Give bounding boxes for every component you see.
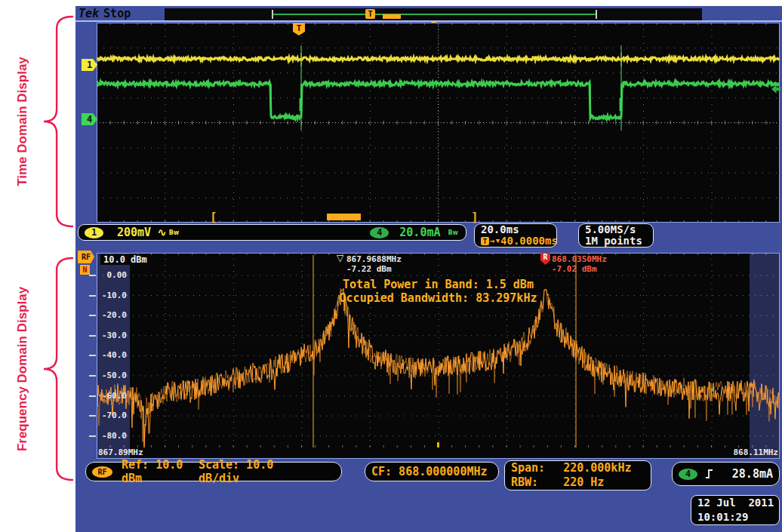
band-power-measurement: Total Power in Band: 1.5 dBm [97, 278, 780, 291]
trigger-arrow-icon: → [490, 235, 495, 247]
stop-frequency-label: 868.11MHz [733, 447, 778, 457]
y-axis-tick-label: -10.0 [95, 291, 127, 300]
time-domain-annotation-label: Time Domain Display [15, 57, 30, 186]
y-axis-tick-label: -20.0 [95, 310, 127, 320]
ch4-bandwidth-icon: Bw [448, 229, 459, 236]
trigger-level-readout: 28.8mA [732, 467, 773, 481]
marker-r-frequency: 868.0350MHz [552, 254, 607, 264]
center-frequency-readout-box: CF: 868.000000MHz [365, 462, 499, 481]
spectrum-time-indicator-bar [327, 214, 361, 220]
trigger-t-icon: T [481, 237, 489, 245]
acquisition-status: Stop [103, 7, 131, 20]
datetime-box: 12 Jul 2011 10:01:29 [691, 495, 780, 525]
ch1-coupling-icon: ∿ [157, 226, 167, 239]
marker-a-amplitude: -7.22 dBm [346, 264, 402, 274]
start-frequency-label: 867.89MHz [98, 447, 143, 457]
y-axis-tick-label: 0.00 [95, 270, 127, 280]
time-readout: 10:01:29 [697, 510, 748, 524]
vertical-scale-readout: Scale: 10.0 dB/div [199, 458, 305, 485]
acquisition-readout-box: 5.00MS/s 1M points [578, 223, 654, 248]
trigger-readout-box: 4 28.8mA [672, 462, 780, 486]
reference-marker-label: R [543, 253, 547, 265]
rbw-value: 220 Hz [563, 475, 604, 490]
y-axis-tick-label: -70.0 [95, 411, 127, 420]
annotated-oscilloscope-figure: { "annotations": { "time": "Time Domain … [0, 0, 782, 532]
time-domain-traces-svg [97, 23, 780, 223]
tek-logo: Tek [79, 7, 99, 20]
ch4-scale-readout: 20.0mA [399, 226, 440, 239]
channel4-position-marker: 4 [82, 113, 97, 125]
oscilloscope-screen: Tek Stop T 1 4 T [ ] 1 200mV ∿ Bw 4 20.0… [75, 6, 782, 532]
record-length-readout: 1M points [585, 235, 642, 247]
rising-edge-icon [705, 468, 714, 480]
ch1-bandwidth-icon: Bw [169, 229, 180, 236]
occupied-bandwidth-measurement: Occupied Bandwidth: 83.297kHz [97, 291, 780, 305]
y-axis-tick-label: -80.0 [95, 431, 127, 441]
preview-trigger-t-icon: T [365, 9, 375, 19]
trace-mode-label: N [82, 266, 87, 274]
frequency-domain-annotation-label: Frequency Domain Display [15, 287, 30, 451]
y-axis-tick-label: -30.0 [95, 331, 127, 340]
spectrum-time-bracket-close: ] [471, 210, 479, 224]
rf-badge-label: RF [82, 253, 91, 261]
acquisition-preview-bar: T [165, 8, 702, 20]
ch1-badge: 1 [85, 227, 103, 238]
timebase-readout: 20.0ms [481, 224, 519, 235]
rf-trace-mode-icon: N [80, 265, 90, 275]
center-frequency-readout: CF: 868.000000MHz [371, 465, 488, 478]
y-axis-tick-label: -40.0 [95, 350, 127, 360]
marker-a-triangle-icon: ▽ [337, 253, 343, 263]
channel1-position-marker: 1 [82, 59, 97, 71]
reference-level-readout: 10.0 dBm [100, 254, 150, 265]
time-domain-graticule [97, 23, 780, 223]
trigger-source-badge: 4 [679, 469, 697, 480]
sample-rate-readout: 5.00MS/s [585, 224, 636, 235]
date-readout: 12 Jul 2011 [697, 496, 774, 510]
ref-level-readout: Ref: 10.0 dBm [122, 458, 199, 485]
rf-readout-badge: RF [92, 466, 112, 478]
spectrum-time-bracket-open: [ [210, 210, 217, 224]
channel-readout-box: 1 200mV ∿ Bw 4 20.0mA Bw [78, 224, 466, 241]
spectrum-graticule: Total Power in Band: 1.5 dBm Occupied Ba… [97, 253, 780, 459]
display-top-border [75, 20, 782, 22]
span-rbw-readout-box: Span: 220.000kHz RBW: 220 Hz [504, 460, 651, 490]
acquisition-waveform-line [272, 14, 597, 15]
spectrum-time-bar [383, 14, 401, 19]
y-axis-tick-label: -50.0 [95, 371, 127, 380]
trigger-delay-readout: 40.0000ms [500, 235, 558, 247]
y-axis-tick-label: -60.0 [95, 391, 127, 401]
ch1-scale-readout: 200mV [117, 226, 151, 239]
annotation-braces [0, 0, 75, 532]
horizontal-readout-box: 20.0ms T → ▼ 40.0000ms [474, 223, 557, 248]
rf-channel-marker: RF [78, 251, 94, 263]
rf-vertical-readout-box: RF Ref: 10.0 dBm Scale: 10.0 dB/div [85, 462, 342, 481]
span-value: 220.000kHz [563, 461, 631, 475]
record-bracket-right [596, 10, 597, 19]
span-label: Span: [511, 461, 545, 475]
rbw-label: RBW: [511, 475, 538, 490]
record-bracket-left [272, 10, 273, 19]
trigger-pos-icon: ▼ [496, 235, 500, 247]
marker-r-amplitude: -7.02 dBm [552, 264, 607, 274]
ch4-badge: 4 [370, 227, 389, 238]
marker-a-frequency: 867.9688MHz [346, 254, 402, 264]
